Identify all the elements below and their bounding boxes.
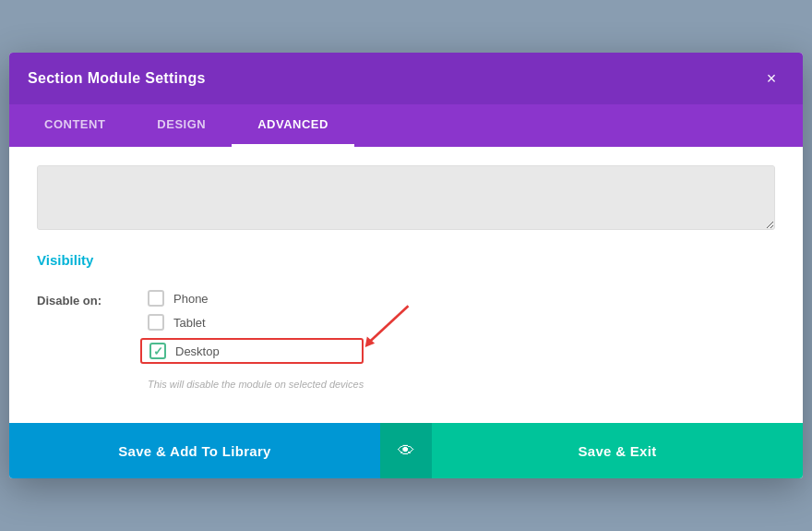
checkbox-phone[interactable]: Phone	[148, 290, 364, 307]
checkbox-desktop-box: ✓	[149, 343, 166, 359]
device-checkboxes: Phone Tablet ✓ Desktop	[148, 290, 364, 390]
tab-content[interactable]: Content	[18, 104, 131, 147]
save-add-to-library-button[interactable]: Save & Add To Library	[9, 423, 380, 478]
modal-footer: Save & Add To Library 👁 Save & Exit	[9, 423, 803, 478]
modal-body: Visibility Disable on: Phone Tablet	[9, 147, 803, 423]
visibility-section-title: Visibility	[37, 252, 775, 272]
checkbox-phone-box	[148, 290, 164, 307]
tab-design[interactable]: Design	[131, 104, 232, 147]
checkbox-desktop[interactable]: ✓ Desktop	[140, 338, 364, 364]
eye-button[interactable]: 👁	[380, 423, 432, 478]
checkmark-icon: ✓	[153, 344, 163, 358]
css-textarea[interactable]	[37, 165, 775, 230]
disable-on-field: Disable on: Phone Tablet ✓	[37, 290, 775, 390]
eye-icon: 👁	[398, 441, 414, 461]
tab-bar: Content Design Advanced	[9, 104, 803, 147]
svg-line-0	[370, 306, 409, 341]
modal-header: Section Module Settings ×	[9, 53, 803, 104]
checkbox-phone-label: Phone	[173, 292, 209, 306]
tab-advanced[interactable]: Advanced	[232, 104, 354, 147]
checkbox-tablet-box	[148, 314, 164, 331]
annotation-arrow	[354, 301, 414, 349]
disable-on-label: Disable on:	[37, 290, 148, 308]
checkbox-tablet-label: Tablet	[173, 316, 206, 330]
css-textarea-section	[37, 165, 775, 234]
modal-dialog: Section Module Settings × Content Design…	[9, 53, 803, 478]
hint-text: This will disable the module on selected…	[148, 379, 364, 390]
checkbox-tablet[interactable]: Tablet	[148, 314, 364, 331]
save-exit-button[interactable]: Save & Exit	[432, 423, 803, 478]
checkbox-desktop-label: Desktop	[175, 344, 220, 358]
modal-title: Section Module Settings	[28, 70, 206, 87]
close-button[interactable]: ×	[758, 66, 784, 91]
